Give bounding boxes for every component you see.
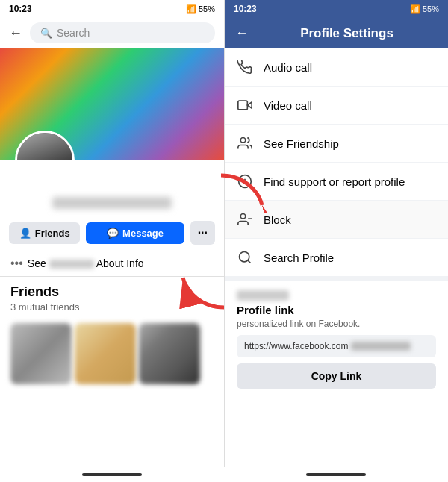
friend-photo-2	[75, 323, 136, 384]
red-arrow-left	[172, 270, 224, 318]
status-bar-left: 10:23 📶 55%	[0, 0, 224, 18]
profile-name-blurred	[52, 197, 172, 209]
url-username-blurred	[351, 342, 411, 351]
status-icons-left: 📶 55%	[186, 4, 215, 14]
action-buttons: 👤 Friends 💬 Message ···	[0, 215, 224, 251]
wifi-icon-right: 📶	[410, 4, 420, 14]
find-support-label: Find support or report profile	[264, 175, 405, 188]
back-arrow-left[interactable]: ←	[9, 25, 22, 41]
avatar-image	[17, 133, 72, 160]
search-placeholder: Search	[57, 27, 90, 39]
audio-call-label: Audio call	[264, 61, 312, 74]
friends-icon: 👤	[19, 228, 31, 239]
more-button[interactable]: ···	[190, 221, 215, 245]
profile-link-row: Profile link personalized link on Facebo…	[237, 290, 436, 329]
home-indicator-right	[224, 467, 448, 482]
message-button[interactable]: 💬 Message	[86, 222, 184, 244]
video-call-label: Video call	[264, 99, 312, 112]
profile-link-desc: personalized link on Facebook.	[237, 319, 360, 329]
status-icons-right: 📶 55%	[410, 4, 439, 14]
search-input-container[interactable]: 🔍 Search	[30, 22, 215, 43]
see-prefix: See	[28, 257, 46, 269]
svg-marker-1	[247, 102, 252, 108]
profile-name-blurred-right	[237, 290, 289, 301]
profile-settings-header: ← Profile Settings	[225, 18, 448, 48]
copy-link-button[interactable]: Copy Link	[237, 363, 436, 389]
right-panel: 10:23 📶 55% ← Profile Settings Audio cal…	[224, 0, 448, 482]
dots-icon: •••	[10, 257, 23, 270]
profile-avatar	[15, 131, 75, 160]
message-label: Message	[122, 228, 164, 239]
menu-item-video-call[interactable]: Video call	[225, 87, 448, 125]
profile-link-section: Profile link personalized link on Facebo…	[225, 281, 448, 398]
back-arrow-right[interactable]: ←	[235, 25, 249, 41]
url-prefix: https://www.facebook.com	[244, 341, 348, 351]
friend-photos	[0, 317, 224, 390]
search-icon: 🔍	[40, 28, 52, 39]
profile-settings-title: Profile Settings	[256, 26, 438, 41]
svg-rect-2	[238, 101, 248, 110]
time-right: 10:23	[234, 4, 257, 14]
time-left: 10:23	[9, 4, 32, 14]
left-panel: 10:23 📶 55% ← 🔍 Search 👤 Friends	[0, 0, 224, 482]
search-profile-icon	[237, 249, 253, 266]
cover-photo	[0, 48, 224, 160]
menu-item-audio-call[interactable]: Audio call	[225, 48, 448, 87]
friendship-icon	[237, 135, 253, 151]
home-bar-right	[306, 473, 366, 476]
home-bar-left	[82, 473, 142, 476]
svg-point-9	[240, 252, 249, 262]
menu-list: Audio call Video call See Friendship	[225, 48, 448, 277]
friends-label: Friends	[35, 228, 70, 239]
name-blurred	[49, 260, 94, 269]
audio-call-icon	[237, 59, 253, 75]
svg-point-3	[240, 138, 246, 143]
friends-button[interactable]: 👤 Friends	[9, 222, 80, 244]
messenger-icon: 💬	[107, 228, 119, 239]
home-indicator-left	[0, 467, 224, 482]
friend-photo-1	[10, 323, 72, 384]
profile-name-bar	[0, 194, 224, 215]
menu-item-see-friendship[interactable]: See Friendship	[225, 125, 448, 163]
battery-icon: 55%	[199, 4, 215, 13]
video-call-icon	[237, 97, 253, 113]
profile-url-bar: https://www.facebook.com	[237, 335, 436, 357]
profile-avatar-container	[15, 131, 75, 160]
about-info-label: About Info	[96, 257, 144, 269]
search-bar: ← 🔍 Search	[0, 18, 224, 48]
red-arrow-right	[214, 168, 273, 216]
svg-line-10	[248, 260, 251, 263]
see-text: See About Info	[28, 257, 144, 269]
status-bar-right: 10:23 📶 55%	[225, 0, 448, 18]
see-friendship-label: See Friendship	[264, 137, 339, 150]
search-profile-label: Search Profile	[264, 251, 334, 264]
profile-link-info: Profile link personalized link on Facebo…	[237, 290, 360, 329]
profile-link-title: Profile link	[237, 304, 294, 316]
friend-photo-3	[139, 323, 200, 384]
battery-icon-right: 55%	[423, 4, 439, 13]
wifi-icon: 📶	[186, 4, 196, 14]
menu-item-search-profile[interactable]: Search Profile	[225, 239, 448, 277]
